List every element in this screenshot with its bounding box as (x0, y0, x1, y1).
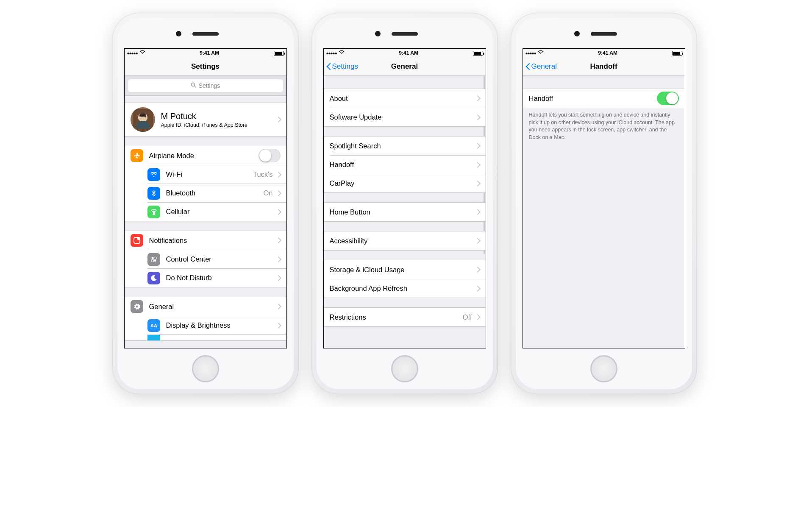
control-center-row[interactable]: Control Center (147, 250, 286, 268)
gear-icon (131, 300, 143, 313)
front-camera (574, 31, 580, 36)
back-button[interactable]: Settings (326, 57, 358, 75)
wifi-icon (538, 50, 544, 56)
cellular-row[interactable]: Cellular (147, 202, 286, 221)
earpiece-speaker (392, 32, 418, 36)
handoff-row[interactable]: Handoff (330, 155, 486, 174)
iphone-frame-2: ●●●●● 9:41 AM Settings General (311, 13, 498, 394)
wifi-row[interactable]: Wi-Fi Tuck's (147, 165, 286, 184)
chevron-right-icon (474, 143, 480, 149)
page-title: Handoff (590, 62, 617, 71)
storage-row[interactable]: Storage & iCloud Usage (324, 260, 486, 279)
restrictions-value: Off (463, 313, 472, 321)
chevron-right-icon (275, 256, 281, 262)
bg-refresh-row[interactable]: Background App Refresh (330, 279, 486, 298)
chevron-left-icon (525, 62, 531, 71)
handoff-description: Handoff lets you start something on one … (523, 108, 685, 141)
home-button[interactable] (391, 355, 418, 382)
iphone-frame-1: ●●●●● 9:41 AM Settings (112, 13, 299, 394)
apple-id-row[interactable]: M Potuck Apple ID, iCloud, iTunes & App … (125, 103, 286, 136)
carplay-label: CarPlay (330, 179, 475, 187)
search-input[interactable]: Settings (128, 79, 283, 92)
bluetooth-row[interactable]: Bluetooth On (147, 184, 286, 202)
screen-general: ●●●●● 9:41 AM Settings General (323, 48, 486, 348)
wifi-icon (339, 50, 345, 56)
dnd-row[interactable]: Do Not Disturb (147, 268, 286, 287)
signal-dots-icon: ●●●●● (326, 51, 337, 56)
home-button[interactable] (192, 355, 219, 382)
back-label: Settings (332, 62, 358, 71)
control-center-label: Control Center (166, 255, 276, 263)
profile-subtitle: Apple ID, iCloud, iTunes & App Store (161, 122, 270, 128)
back-button[interactable]: General (525, 57, 557, 75)
bluetooth-value: On (263, 189, 272, 197)
chevron-right-icon (474, 314, 480, 320)
chevron-right-icon (474, 238, 480, 244)
svg-line-1 (194, 86, 196, 88)
search-container: Settings (125, 76, 286, 96)
chevron-right-icon (474, 95, 480, 101)
notifications-row[interactable]: Notifications (125, 231, 286, 250)
general-row[interactable]: General (125, 297, 286, 316)
iphone-frame-3: ●●●●● 9:41 AM General Handoff (511, 13, 697, 394)
svg-point-9 (151, 257, 153, 259)
storage-label: Storage & iCloud Usage (330, 266, 475, 274)
search-placeholder: Settings (199, 82, 220, 89)
accessibility-row[interactable]: Accessibility (324, 231, 486, 250)
handoff-toggle-row[interactable]: Handoff (523, 89, 685, 108)
signal-dots-icon: ●●●●● (127, 51, 138, 56)
display-icon: AA (147, 319, 160, 332)
chevron-right-icon (275, 209, 281, 214)
airplane-icon (131, 149, 143, 162)
software-update-row[interactable]: Software Update (330, 108, 486, 126)
chevron-right-icon (474, 114, 480, 120)
battery-icon (672, 51, 682, 56)
chevron-right-icon (275, 117, 281, 123)
status-bar: ●●●●● 9:41 AM (125, 49, 286, 57)
chevron-right-icon (474, 209, 480, 215)
chevron-right-icon (474, 267, 480, 273)
navbar: Settings (125, 57, 286, 76)
partial-row[interactable] (147, 334, 286, 340)
moon-icon (147, 272, 160, 284)
airplane-mode-row[interactable]: Airplane Mode (125, 146, 286, 165)
wifi-settings-icon (147, 168, 160, 181)
earpiece-speaker (192, 32, 219, 36)
profile-name: M Potuck (161, 111, 270, 121)
bg-refresh-label: Background App Refresh (330, 284, 475, 292)
restrictions-label: Restrictions (330, 313, 463, 321)
svg-text:AA: AA (150, 323, 157, 328)
status-bar: ●●●●● 9:41 AM (324, 49, 486, 57)
signal-dots-icon: ●●●●● (525, 51, 536, 56)
notifications-label: Notifications (149, 237, 276, 245)
chevron-right-icon (275, 304, 281, 309)
spotlight-row[interactable]: Spotlight Search (324, 136, 486, 155)
display-brightness-row[interactable]: AA Display & Brightness (147, 316, 286, 334)
about-row[interactable]: About (324, 89, 486, 108)
chevron-right-icon (474, 285, 480, 291)
airplane-mode-label: Airplane Mode (149, 152, 259, 160)
avatar (131, 107, 155, 132)
chevron-right-icon (275, 275, 281, 281)
handoff-label: Handoff (529, 95, 657, 103)
handoff-toggle[interactable] (657, 92, 679, 105)
screen-settings-root: ●●●●● 9:41 AM Settings (124, 48, 287, 348)
about-label: About (330, 95, 475, 103)
carplay-row[interactable]: CarPlay (330, 174, 486, 192)
accessibility-label: Accessibility (330, 237, 475, 245)
chevron-right-icon (474, 180, 480, 186)
restrictions-row[interactable]: Restrictions Off (324, 308, 486, 326)
control-center-icon (147, 253, 160, 266)
dnd-label: Do Not Disturb (166, 274, 276, 282)
svg-point-8 (137, 237, 139, 240)
search-icon (191, 82, 196, 89)
home-button[interactable] (590, 355, 617, 382)
chevron-right-icon (275, 322, 281, 328)
cellular-icon (147, 206, 160, 218)
svg-rect-11 (154, 257, 156, 259)
handoff-label: Handoff (330, 161, 475, 169)
bluetooth-icon (147, 187, 160, 200)
home-button-row[interactable]: Home Button (324, 203, 486, 221)
airplane-mode-toggle[interactable] (259, 149, 281, 162)
status-time: 9:41 AM (598, 50, 617, 56)
